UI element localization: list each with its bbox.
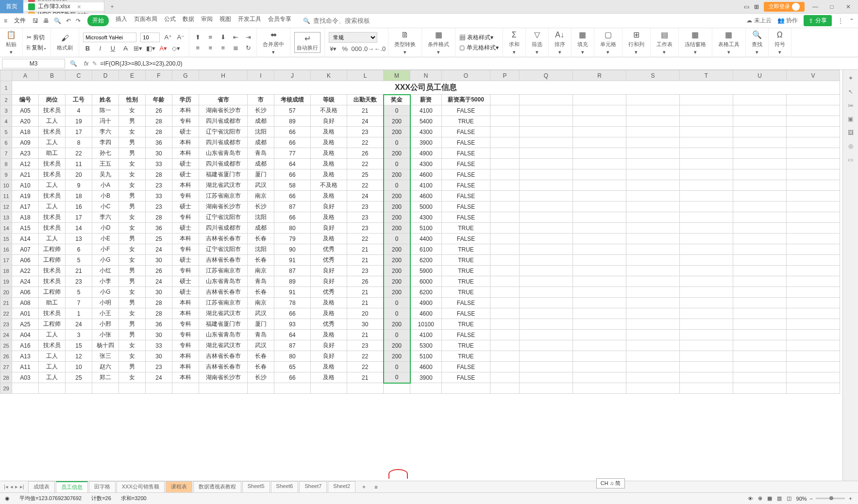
cell[interactable]: 33 (146, 191, 172, 202)
dec-decimal-icon[interactable]: ←.0 (375, 45, 384, 53)
cell[interactable] (680, 308, 733, 319)
cell[interactable] (733, 137, 787, 148)
cell[interactable]: 长春 (248, 362, 274, 372)
clear-format-button[interactable]: ◇▾ (171, 44, 180, 53)
cell[interactable]: 24 (347, 191, 384, 202)
cell[interactable]: 不及格 (311, 180, 347, 191)
cell[interactable]: 57 (274, 105, 311, 116)
cell[interactable]: 小张 (92, 330, 119, 340)
cond-format-button[interactable]: ▦条件格式▾ (426, 30, 451, 55)
cell[interactable]: 3 (66, 330, 92, 340)
cell[interactable]: 四川省成都市 (199, 137, 248, 148)
cell[interactable]: 硕士 (172, 159, 199, 169)
cell[interactable]: 优秀 (311, 255, 347, 266)
cell[interactable] (733, 169, 787, 180)
table-header-cell[interactable]: 奖金 (384, 95, 410, 105)
cell[interactable]: TRUE (442, 266, 490, 276)
cell[interactable] (248, 383, 274, 394)
border-button[interactable]: ⊞▾ (134, 44, 142, 53)
cell[interactable]: 23 (347, 212, 384, 223)
row-header[interactable]: 23 (0, 319, 12, 330)
close-button[interactable]: ✕ (842, 3, 854, 10)
sheet-tab[interactable]: 员工信息 (56, 481, 88, 492)
row-header[interactable]: 24 (0, 330, 12, 340)
cell[interactable]: 4300 (410, 159, 442, 169)
cell[interactable]: 28 (146, 116, 172, 127)
cell[interactable]: 工人 (39, 116, 66, 127)
cell[interactable]: 4600 (410, 362, 442, 372)
cell[interactable]: 优秀 (311, 244, 347, 255)
cell[interactable] (787, 191, 840, 202)
cell[interactable] (680, 255, 733, 266)
cell[interactable] (787, 362, 840, 372)
row-header[interactable]: 28 (0, 372, 12, 383)
sheet-first-icon[interactable]: |◂ (4, 484, 8, 490)
cell[interactable]: 长春 (248, 255, 274, 266)
sheet-tab[interactable]: 数据透视表教程 (193, 481, 241, 492)
cell[interactable]: 本科 (172, 180, 199, 191)
cell[interactable]: 女 (119, 244, 146, 255)
cell[interactable]: 技术员 (39, 223, 66, 234)
cell[interactable]: 24 (146, 276, 172, 287)
cell[interactable]: 本科 (172, 137, 199, 148)
cell[interactable] (626, 127, 680, 137)
cell[interactable]: 优秀 (311, 287, 347, 298)
cell[interactable]: 工人 (39, 372, 66, 383)
row-header[interactable]: 6 (0, 137, 12, 148)
rowcol-button[interactable]: ⊞行和列▾ (626, 30, 646, 55)
cell[interactable] (573, 372, 626, 383)
cell[interactable] (733, 340, 787, 351)
cell[interactable]: 4300 (410, 127, 442, 137)
image-icon[interactable]: 🖼 (848, 129, 854, 136)
cell[interactable] (520, 223, 573, 234)
column-header[interactable]: V (787, 70, 840, 81)
cell[interactable]: 女 (119, 308, 146, 319)
cell[interactable]: 20 (347, 308, 384, 319)
cell[interactable]: 武汉 (248, 340, 274, 351)
record-icon[interactable]: ◉ (5, 495, 10, 502)
cell[interactable] (626, 319, 680, 330)
cell[interactable] (680, 276, 733, 287)
column-header[interactable]: O (442, 70, 490, 81)
new-tab-button[interactable]: ＋ (104, 2, 120, 11)
cell[interactable] (680, 223, 733, 234)
cell[interactable] (573, 127, 626, 137)
cell[interactable]: 专科 (172, 266, 199, 276)
cell[interactable]: 本科 (172, 308, 199, 319)
cell[interactable]: FALSE (442, 234, 490, 244)
cell[interactable]: A20 (12, 116, 39, 127)
cell[interactable]: 辽宁省沈阳市 (199, 127, 248, 137)
cell[interactable]: 5 (66, 255, 92, 266)
cell[interactable] (490, 137, 520, 148)
cell[interactable] (626, 351, 680, 362)
cell[interactable]: 良好 (311, 351, 347, 362)
cell[interactable]: 4 (66, 105, 92, 116)
cell[interactable]: A18 (12, 127, 39, 137)
cell[interactable] (573, 159, 626, 169)
cell[interactable] (680, 234, 733, 244)
cell[interactable]: 0 (384, 372, 410, 383)
cell[interactable]: 200 (384, 319, 410, 330)
cell[interactable]: 14 (66, 223, 92, 234)
cell[interactable]: 5100 (410, 351, 442, 362)
font-color-button[interactable]: A▾ (159, 44, 168, 53)
cell[interactable]: 女 (119, 127, 146, 137)
cell[interactable] (787, 372, 840, 383)
table-header-cell[interactable]: 市 (248, 95, 274, 105)
cell[interactable]: 厦门 (248, 319, 274, 330)
indent-right-icon[interactable]: ⇥ (244, 33, 252, 42)
cell[interactable]: 87 (274, 340, 311, 351)
increase-font-icon[interactable]: A⁺ (164, 33, 172, 42)
zoom-slider[interactable] (816, 498, 845, 499)
cell[interactable] (573, 298, 626, 308)
add-sheet-button[interactable]: ＋ (356, 483, 371, 490)
cell[interactable]: 6200 (410, 287, 442, 298)
table-header-cell[interactable]: 性别 (119, 95, 146, 105)
cell[interactable] (573, 276, 626, 287)
cell[interactable]: 郑二 (92, 372, 119, 383)
cell[interactable]: 技术员 (39, 340, 66, 351)
symbol-button[interactable]: Ω符号▾ (773, 30, 787, 55)
font-name-select[interactable] (83, 33, 136, 42)
cell[interactable]: 22 (347, 234, 384, 244)
cell[interactable]: A24 (12, 276, 39, 287)
